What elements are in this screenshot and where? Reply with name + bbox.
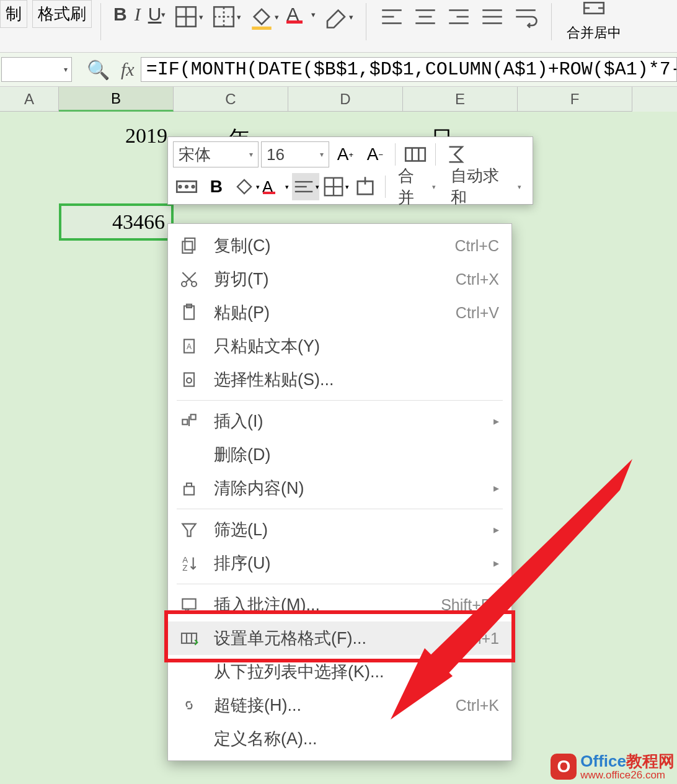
cm-clear[interactable]: 清除内容(N) ▸ [168, 471, 511, 505]
cm-hyperlink-label: 超链接(H)... [214, 694, 456, 716]
border-style-icon[interactable] [173, 173, 200, 200]
cm-cut-shortcut: Ctrl+X [456, 270, 499, 288]
svg-rect-57 [182, 599, 195, 609]
separator [366, 3, 366, 40]
sheet[interactable]: 2019 年 日 43466 宋体 16 A+ A− B ▾ A▾ ▾ ▾ 合并… [0, 112, 677, 782]
insert-icon [178, 410, 200, 432]
cm-delete[interactable]: 删除(D) [168, 438, 511, 471]
link-icon [178, 694, 200, 716]
cm-insert[interactable]: 插入(I) ▸ [168, 404, 511, 438]
cm-format-cells[interactable]: 设置单元格格式(F)... Ctrl+1 [168, 621, 511, 655]
eraser-button[interactable]: ▾ [319, 0, 357, 33]
name-box[interactable] [1, 57, 72, 82]
borders-button[interactable]: ▾ [169, 0, 207, 33]
align-mini-button[interactable]: ▾ [292, 173, 319, 200]
filter-icon [178, 519, 200, 541]
copy-button[interactable]: 制 [0, 0, 27, 28]
fill-cell-button[interactable]: ▾ [207, 0, 245, 33]
col-c[interactable]: C [174, 87, 288, 112]
paste-icon [178, 301, 200, 324]
cm-cut[interactable]: 剪切(T) Ctrl+X [168, 262, 511, 296]
font-color-button[interactable]: A▾ [283, 0, 319, 29]
cm-define-name-label: 定义名称(A)... [214, 728, 499, 750]
paste-special-icon [178, 368, 200, 391]
cm-sort[interactable]: AZ 排序(U) ▸ [168, 546, 511, 580]
cm-sort-label: 排序(U) [214, 552, 487, 574]
cm-hyperlink[interactable]: 超链接(H)... Ctrl+K [168, 688, 511, 722]
align-left-top-button[interactable] [375, 0, 409, 33]
align-justify-button[interactable] [476, 0, 509, 33]
formula-input[interactable]: =IF(MONTH(DATE($B$1,$D$1,COLUMN(A$1)+ROW… [141, 57, 677, 82]
col-d[interactable]: D [288, 87, 403, 112]
cm-dropdown-pick-label: 从下拉列表中选择(K)... [214, 661, 499, 683]
scissors-icon [178, 268, 200, 290]
fill-color-mini-button[interactable]: ▾ [232, 173, 260, 200]
cm-comment-label: 插入批注(M)... [214, 594, 441, 616]
font-color-mini-button[interactable]: A▾ [262, 173, 290, 200]
format-cells-icon [178, 627, 200, 649]
align-center-v-button[interactable] [409, 0, 442, 33]
watermark-url: www.office26.com [580, 770, 675, 782]
selected-cell[interactable]: 43466 [59, 203, 174, 241]
separator [100, 3, 101, 40]
col-e[interactable]: E [403, 87, 518, 112]
watermark-logo: O [551, 754, 577, 780]
cm-paste-special[interactable]: 选择性粘贴(S)... [168, 363, 511, 396]
insert-cells-icon[interactable] [352, 173, 379, 200]
wrap-text-button[interactable] [509, 0, 542, 33]
cm-insert-label: 插入(I) [214, 410, 487, 432]
cm-dropdown-pick[interactable]: 从下拉列表中选择(K)... [168, 655, 511, 688]
format-painter-button[interactable]: 格式刷 [32, 0, 92, 28]
decrease-font-icon[interactable]: A− [361, 141, 389, 168]
bold-mini-button[interactable]: B [203, 173, 230, 200]
cm-filter[interactable]: 筛选(L) ▸ [168, 513, 511, 546]
col-f[interactable]: F [518, 87, 632, 112]
cm-cut-label: 剪切(T) [214, 268, 456, 290]
ribbon: 制 格式刷 B I U▾ ▾ ▾ ▾ A▾ ▾ 合并居中 [0, 0, 677, 53]
align-bottom-button[interactable] [442, 0, 476, 33]
fill-color-button[interactable]: ▾ [245, 0, 283, 33]
autosum-button[interactable]: 自动求和 [445, 163, 528, 211]
cm-paste-shortcut: Ctrl+V [456, 304, 499, 322]
merge-center-button[interactable]: 合并居中 [560, 0, 627, 37]
cm-comment[interactable]: 插入批注(M)... Shift+F2 [168, 588, 511, 621]
cm-copy-shortcut: Ctrl+C [454, 237, 499, 255]
svg-rect-53 [184, 486, 194, 494]
svg-point-49 [187, 378, 192, 383]
separator [551, 3, 552, 40]
column-headers: A B C D E F [0, 87, 677, 112]
cm-paste-text[interactable]: A 只粘贴文本(Y) [168, 329, 511, 363]
font-size-combo[interactable]: 16 [261, 141, 329, 167]
cm-divider [177, 509, 503, 509]
cm-define-name[interactable]: 定义名称(A)... [168, 722, 511, 755]
cm-format-cells-label: 设置单元格格式(F)... [214, 627, 458, 649]
underline-button[interactable]: U▾ [144, 0, 170, 29]
col-a[interactable]: A [0, 87, 59, 112]
italic-button[interactable]: I [131, 0, 144, 29]
blank-icon [178, 443, 200, 466]
increase-font-icon[interactable]: A+ [332, 141, 359, 168]
bold-button[interactable]: B [110, 0, 131, 29]
svg-point-28 [185, 185, 188, 188]
cm-paste-label: 粘贴(P) [214, 301, 456, 324]
svg-rect-50 [182, 419, 187, 424]
col-b[interactable]: B [59, 87, 174, 112]
cm-copy[interactable]: 复制(C) Ctrl+C [168, 229, 511, 262]
cm-paste[interactable]: 粘贴(P) Ctrl+V [168, 296, 511, 329]
font-combo[interactable]: 宋体 [173, 141, 259, 167]
blank-icon [178, 728, 200, 750]
fx-label[interactable]: fx [121, 59, 141, 80]
cm-hyperlink-shortcut: Ctrl+K [456, 697, 499, 715]
svg-rect-51 [191, 414, 196, 419]
borders-mini-button[interactable]: ▾ [322, 173, 349, 200]
cell-b1[interactable]: 2019 [93, 124, 167, 148]
chevron-right-icon: ▸ [493, 523, 499, 537]
context-menu: 复制(C) Ctrl+C 剪切(T) Ctrl+X 粘贴(P) Ctrl+V A… [167, 223, 512, 761]
merge-button[interactable]: 合并 [392, 163, 443, 211]
mini-toolbar: 宋体 16 A+ A− B ▾ A▾ ▾ ▾ 合并 自动求和 [167, 136, 533, 205]
zoom-icon[interactable]: 🔍 [76, 59, 121, 81]
cm-copy-label: 复制(C) [214, 234, 454, 257]
chevron-right-icon: ▸ [493, 414, 499, 428]
svg-rect-23 [405, 148, 425, 161]
watermark: O Office教程网 www.office26.com [551, 752, 675, 782]
